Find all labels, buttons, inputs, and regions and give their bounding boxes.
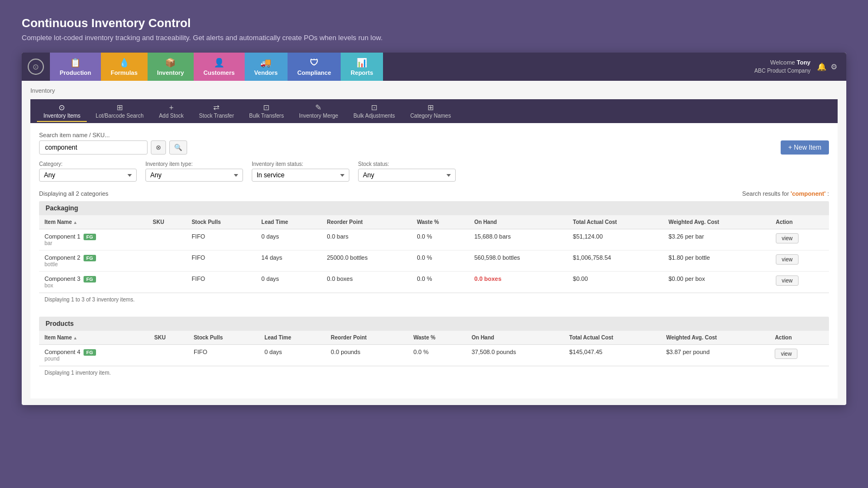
fg-badge: FG [84, 234, 96, 240]
total-actual-cost-cell: $51,124.00 [567, 229, 663, 251]
nav-logo: ⊙ [22, 53, 50, 81]
nav-label-compliance: Compliance [297, 69, 331, 76]
nav-item-production[interactable]: 📋 Production [50, 53, 101, 81]
item-sub: bottle [44, 261, 142, 267]
filter-select-item-type[interactable]: Any [145, 169, 243, 182]
nav-item-vendors[interactable]: 🚚 Vendors [245, 53, 288, 81]
filter-select-category[interactable]: Any [39, 169, 137, 182]
page-title: Continuous Inventory Control [22, 16, 846, 30]
main-content: Search item name / SKU... ⊗ 🔍 + New Item… [30, 123, 838, 399]
search-button[interactable]: 🔍 [169, 140, 187, 155]
data-table-packaging: Item NameSKUStock PullsLead TimeReorder … [39, 215, 829, 293]
on-hand-cell: 15,688.0 bars [469, 229, 567, 251]
item-name-cell: Component 3FG box [39, 272, 148, 293]
page-subtitle: Complete lot-coded inventory tracking an… [22, 34, 846, 42]
toolbar-btn-lot-barcode-search[interactable]: ⊞ Lot/Barcode Search [89, 101, 150, 122]
col-header-reorder-point: Reorder Point [322, 215, 412, 229]
toolbar-btn-bulk-transfers[interactable]: ⊡ Bulk Transfers [242, 101, 290, 122]
table-row: Component 1FG bar FIFO0 days0.0 bars0.0 … [39, 229, 829, 251]
nav-label-inventory: Inventory [157, 69, 184, 76]
filter-select-stock-status[interactable]: Any [358, 169, 456, 182]
toolbar-btn-add-stock[interactable]: + Add Stock [152, 101, 190, 122]
view-button[interactable]: view [776, 275, 799, 286]
toolbar-btn-inventory-items[interactable]: ⊙ Inventory Items [37, 101, 87, 122]
reorder-point-cell: 0.0 bars [322, 229, 412, 251]
app-window: ⊙ 📋 Production 💧 Formulas 📦 Inventory 👤 [22, 53, 846, 405]
col-header-weighted-avg.-cost: Weighted Avg. Cost [663, 215, 770, 229]
filter-label-item-status: Inventory item status: [252, 161, 349, 167]
on-hand-cell: 37,508.0 pounds [466, 345, 564, 366]
stock-transfer-icon: ⇄ [213, 103, 220, 112]
col-header-lead-time: Lead Time [256, 215, 322, 229]
filter-group-stock-status: Stock status: Any [358, 161, 456, 182]
view-button[interactable]: view [775, 349, 797, 359]
sku-cell [149, 345, 188, 366]
table-footer-packaging: Displaying 1 to 3 of 3 inventory items. [39, 293, 829, 306]
toolbar-btn-category-names[interactable]: ⊞ Category Names [404, 101, 457, 122]
item-sub: pound [44, 356, 143, 362]
filter-group-item-type: Inventory item type: Any [145, 161, 243, 182]
display-info: Displaying all 2 categories Search resul… [39, 190, 829, 197]
table-row: Component 3FG box FIFO0 days0.0 boxes0.0… [39, 272, 829, 293]
on-hand-cell: 560,598.0 bottles [469, 251, 567, 272]
reports-icon: 📊 [356, 57, 367, 68]
item-name: Component 2FG [44, 254, 142, 261]
gear-icon[interactable]: ⚙ [831, 62, 838, 71]
reorder-point-cell: 0.0 boxes [322, 272, 412, 293]
nav-item-formulas[interactable]: 💧 Formulas [101, 53, 148, 81]
nav-items: 📋 Production 💧 Formulas 📦 Inventory 👤 Cu… [50, 53, 746, 81]
search-row: Search item name / SKU... ⊗ 🔍 + New Item [39, 132, 829, 155]
lead-time-cell: 14 days [256, 251, 322, 272]
search-results-info: Search results for 'component' : [742, 190, 829, 197]
nav-item-compliance[interactable]: 🛡 Compliance [288, 53, 341, 81]
col-header-on-hand: On Hand [466, 331, 564, 345]
view-button[interactable]: view [776, 254, 799, 265]
clear-search-button[interactable]: ⊗ [151, 140, 166, 155]
nav-item-customers[interactable]: 👤 Customers [194, 53, 244, 81]
stock-pulls-cell: FIFO [186, 229, 256, 251]
waste-cell: 0.0 % [411, 272, 469, 293]
col-header-item-name: Item Name [39, 331, 149, 345]
production-icon: 📋 [70, 57, 81, 68]
view-button[interactable]: view [776, 233, 799, 243]
nav-welcome: Welcome Tony ABC Product Company [755, 59, 810, 75]
col-header-waste-%: Waste % [411, 215, 469, 229]
nav-item-reports[interactable]: 📊 Reports [341, 53, 383, 81]
compliance-icon: 🛡 [310, 58, 318, 68]
toolbar-btn-stock-transfer[interactable]: ⇄ Stock Transfer [193, 101, 240, 122]
col-header-total-actual-cost: Total Actual Cost [564, 331, 661, 345]
filter-group-category: Category: Any [39, 161, 137, 182]
stock-pulls-cell: FIFO [186, 251, 256, 272]
total-actual-cost-cell: $145,047.45 [564, 345, 661, 366]
lead-time-cell: 0 days [256, 229, 322, 251]
category-section-products: ProductsItem NameSKUStock PullsLead Time… [39, 317, 829, 379]
filters-row: Category: Any Inventory item type: Any I… [39, 161, 829, 182]
formulas-icon: 💧 [119, 57, 130, 68]
nav-right: Welcome Tony ABC Product Company 🔔 ⚙ [746, 53, 846, 81]
page-header: Continuous Inventory Control Complete lo… [22, 16, 846, 42]
new-item-button[interactable]: + New Item [781, 140, 829, 155]
nav-label-customers: Customers [203, 69, 234, 76]
inventory-items-icon: ⊙ [59, 103, 65, 112]
nav-item-inventory[interactable]: 📦 Inventory [148, 53, 194, 81]
toolbar-btn-bulk-adjustments[interactable]: ⊡ Bulk Adjustments [347, 101, 401, 122]
col-header-sku: SKU [148, 215, 187, 229]
lead-time-cell: 0 days [259, 345, 325, 366]
lead-time-cell: 0 days [256, 272, 322, 293]
search-input[interactable] [39, 140, 148, 155]
lot-barcode-icon: ⊞ [117, 103, 123, 112]
total-actual-cost-cell: $0.00 [567, 272, 663, 293]
inventory-merge-icon: ✎ [315, 103, 322, 112]
col-header-lead-time: Lead Time [259, 331, 325, 345]
item-name: Component 4FG [44, 349, 143, 356]
toolbar-btn-inventory-merge[interactable]: ✎ Inventory Merge [292, 101, 344, 122]
vendors-icon: 🚚 [260, 57, 271, 68]
stock-pulls-cell: FIFO [188, 345, 259, 366]
action-cell: view [770, 229, 829, 251]
bell-icon[interactable]: 🔔 [817, 62, 826, 71]
filter-select-item-status[interactable]: In service Any [252, 169, 349, 182]
bulk-adjustments-icon: ⊡ [371, 103, 378, 112]
on-hand-value: 0.0 boxes [474, 275, 501, 282]
stock-pulls-cell: FIFO [186, 272, 256, 293]
nav-action-icons: 🔔 ⚙ [817, 62, 838, 71]
